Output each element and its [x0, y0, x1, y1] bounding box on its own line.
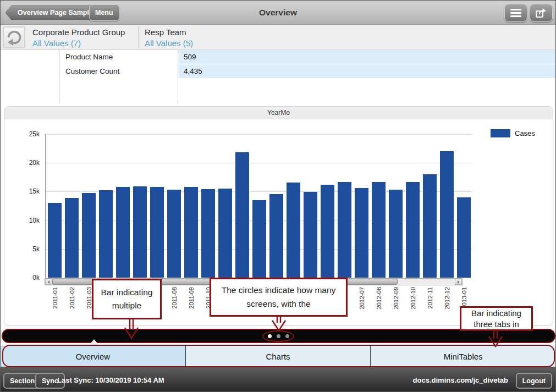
x-tick-label: 2011-02 — [69, 287, 75, 309]
header-bar: Overview Page Sample Menu Overview — [1, 1, 555, 25]
bar-2012-10[interactable] — [406, 182, 420, 278]
bar-2011-07[interactable] — [150, 187, 164, 278]
x-tick-cell: 2011-08 — [167, 287, 181, 320]
bar-2012-08[interactable] — [372, 182, 386, 278]
callout-arrow-down-icon — [124, 318, 139, 339]
bar-2011-11[interactable] — [218, 189, 232, 278]
filter-value[interactable]: All Values (7) — [32, 38, 125, 49]
x-tick-label: 2012-12 — [444, 287, 450, 309]
bar-2012-09[interactable] — [389, 190, 403, 278]
y-axis: 25k20k15k10k5k0k — [4, 134, 42, 278]
x-tick-label: 2012-09 — [393, 287, 399, 309]
tab-minitables[interactable]: MiniTables — [371, 346, 555, 367]
row-value: 4,435 — [178, 64, 555, 78]
bar-2012-05[interactable] — [321, 185, 334, 278]
bar-2012-04[interactable] — [304, 192, 317, 278]
x-tick-cell: 2012-09 — [389, 287, 403, 320]
circles-callout: The circles indicate how many screens, w… — [210, 278, 348, 317]
y-tick-label: 25k — [29, 130, 40, 138]
bar-2011-09[interactable] — [184, 187, 198, 278]
hamburger-icon — [510, 9, 521, 17]
bar-2011-08[interactable] — [167, 190, 181, 278]
column-divider — [59, 50, 60, 103]
bar-2013-01[interactable] — [457, 197, 471, 278]
y-tick-label: 5k — [32, 245, 40, 253]
chart-axis-title: YearMo — [4, 107, 553, 119]
bar-2012-06[interactable] — [338, 182, 351, 278]
filter-value[interactable]: All Values (5) — [145, 38, 193, 49]
tab-bar: Overview Charts MiniTables — [1, 346, 555, 367]
legend-label: Cases — [515, 129, 535, 137]
refresh-icon — [5, 28, 24, 47]
bar-2012-12[interactable] — [440, 151, 454, 278]
left-arrow-icon — [46, 280, 49, 284]
bar-2011-05[interactable] — [116, 187, 130, 278]
multiple-callout: Bar indicating multiple — [92, 279, 162, 319]
x-tick-label: 2012-10 — [410, 287, 416, 309]
x-tick-cell: 2011-01 — [48, 287, 62, 320]
x-tick-cell: 2012-10 — [406, 287, 420, 320]
filter-resp-team[interactable]: Resp Team All Values (5) — [145, 27, 193, 49]
bar-2012-02[interactable] — [269, 194, 283, 278]
callout-arrow-down-icon — [488, 330, 503, 347]
tab-overview[interactable]: Overview — [1, 346, 186, 367]
x-tick-cell: 2012-07 — [355, 287, 368, 320]
x-tick-label: 2011-09 — [188, 287, 195, 309]
chart-legend: Cases — [491, 129, 535, 137]
hamburger-menu-button[interactable] — [504, 4, 527, 22]
page-title: Overview — [1, 1, 555, 25]
x-tick-label: 2011-01 — [52, 287, 58, 309]
scroll-left-button[interactable] — [45, 279, 52, 285]
row-label: Product Name — [65, 50, 119, 64]
bar-2012-07[interactable] — [355, 188, 368, 278]
pager-dot-1[interactable] — [268, 334, 272, 338]
pager-dot-3[interactable] — [285, 334, 289, 338]
filter-label: Resp Team — [145, 27, 193, 38]
tab-charts[interactable]: Charts — [186, 346, 371, 367]
bar-2011-03[interactable] — [82, 193, 96, 278]
info-table: Product Name Customer Count 509 4,435 — [1, 50, 555, 106]
scroll-right-button[interactable] — [455, 279, 462, 285]
filter-corporate-product-group[interactable]: Corporate Product Group All Values (7) — [32, 27, 125, 49]
bar-2011-02[interactable] — [65, 198, 79, 278]
y-tick-label: 0k — [32, 274, 40, 281]
x-tick-label: 2011-08 — [171, 287, 178, 309]
row-value: 509 — [178, 50, 555, 64]
x-tick-cell: 2012-12 — [440, 287, 454, 320]
bar-2011-12[interactable] — [235, 152, 249, 278]
filter-bar: Corporate Product Group All Values (7) R… — [1, 25, 555, 50]
app-window: Overview Page Sample Menu Overview Corpo… — [0, 0, 556, 392]
x-tick-cell: 2011-09 — [184, 287, 198, 320]
share-icon — [535, 7, 548, 19]
y-tick-label: 10k — [29, 217, 40, 224]
right-arrow-icon — [458, 280, 461, 284]
row-label: Customer Count — [65, 64, 119, 79]
logout-button[interactable]: Logout — [516, 373, 552, 389]
filter-label: Corporate Product Group — [32, 27, 125, 38]
y-tick-label: 20k — [29, 159, 40, 167]
x-tick-cell: 2012-11 — [423, 287, 437, 320]
bar-2011-10[interactable] — [201, 189, 215, 278]
legend-swatch — [491, 129, 510, 137]
bar-2011-04[interactable] — [99, 190, 113, 278]
bar-2011-01[interactable] — [48, 203, 62, 278]
x-tick-label: 2011-03 — [86, 287, 92, 309]
tabs-callout: Bar indicating three tabs in — [460, 306, 533, 331]
refresh-button[interactable] — [3, 26, 25, 48]
x-tick-cell: 2011-02 — [65, 287, 79, 320]
x-tick-cell: 2012-08 — [372, 287, 386, 320]
status-bar: Sections Sync Last Sync: 10/30/2019 10:5… — [1, 367, 555, 392]
callout-arrow-down-icon — [271, 315, 287, 332]
bar-2012-01[interactable] — [252, 200, 266, 278]
pager-dot-2[interactable] — [277, 334, 280, 338]
server-address-text: docs.dimins.com/jc_divetab — [413, 367, 508, 392]
bar-2011-06[interactable] — [133, 186, 147, 278]
active-tab-notch — [89, 339, 100, 346]
filter-divider — [138, 26, 139, 48]
last-sync-text: Last Sync: 10/30/2019 10:54 AM — [57, 367, 164, 392]
y-tick-label: 15k — [29, 187, 40, 195]
x-tick-label: 2012-07 — [359, 287, 365, 309]
share-button[interactable] — [530, 4, 553, 22]
bar-2012-03[interactable] — [287, 183, 300, 278]
bar-2012-11[interactable] — [423, 174, 437, 278]
